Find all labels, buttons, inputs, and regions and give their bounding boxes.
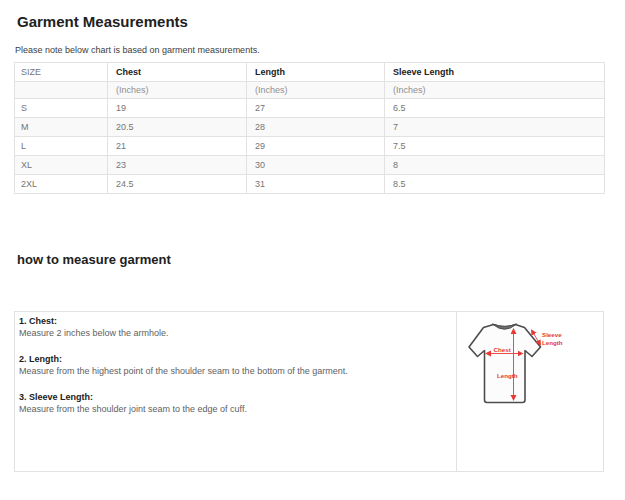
step-label: 3. Sleeve Length: — [19, 392, 446, 404]
tshirt-outline — [469, 325, 541, 403]
step-label: 2. Length: — [19, 354, 446, 366]
length-cell: 31 — [247, 175, 385, 194]
chest-measure-label: Chest — [494, 346, 511, 353]
sleeve-length-cell: 8.5 — [385, 175, 605, 194]
how-to-measure-title: how to measure garment — [17, 252, 171, 267]
sleeve-length-cell: 8 — [385, 156, 605, 175]
step-description: Measure from the shoulder joint seam to … — [19, 404, 446, 416]
table-header-row: SIZE Chest Length Sleeve Length — [15, 63, 605, 82]
step-description: Measure 2 inches below the armhole. — [19, 328, 446, 340]
chest-cell: 20.5 — [108, 118, 247, 137]
sleeve-length-cell: 7.5 — [385, 137, 605, 156]
unit-cell: (Inches) — [108, 82, 247, 99]
chest-cell: 19 — [108, 99, 247, 118]
sleeve-length-cell: 6.5 — [385, 99, 605, 118]
measure-steps-panel: 1. Chest: Measure 2 inches below the arm… — [15, 312, 456, 471]
unit-cell: (Inches) — [247, 82, 385, 99]
size-chart-table: SIZE Chest Length Sleeve Length (Inches)… — [14, 62, 605, 194]
page-note: Please note below chart is based on garm… — [15, 45, 260, 55]
length-cell: 29 — [247, 137, 385, 156]
table-row-xl: XL 23 30 8 — [15, 156, 605, 175]
size-cell: XL — [15, 156, 108, 175]
tshirt-diagram-panel: Chest Length Sleeve Length — [456, 312, 603, 471]
step-description: Measure from the highest point of the sh… — [19, 366, 446, 378]
sleeve-length-measure-label-line1: Sleeve — [542, 331, 562, 338]
length-cell: 27 — [247, 99, 385, 118]
table-units-row: (Inches) (Inches) (Inches) — [15, 82, 605, 99]
length-cell: 28 — [247, 118, 385, 137]
page-title: Garment Measurements — [17, 13, 188, 30]
measure-step-chest: 1. Chest: Measure 2 inches below the arm… — [19, 316, 446, 339]
garment-measurements-page: Garment Measurements Please note below c… — [0, 0, 625, 500]
table-row-l: L 21 29 7.5 — [15, 137, 605, 156]
measure-step-length: 2. Length: Measure from the highest poin… — [19, 354, 446, 377]
chest-cell: 21 — [108, 137, 247, 156]
measure-instructions-box: 1. Chest: Measure 2 inches below the arm… — [14, 311, 604, 472]
size-cell: L — [15, 137, 108, 156]
sleeve-length-measure-label-line2: Length — [542, 339, 563, 346]
table-row-s: S 19 27 6.5 — [15, 99, 605, 118]
unit-cell: (Inches) — [385, 82, 605, 99]
column-header-size: SIZE — [15, 63, 108, 82]
tshirt-diagram: Chest Length Sleeve Length — [463, 314, 568, 419]
column-header-sleeve-length: Sleeve Length — [385, 63, 605, 82]
sleeve-length-cell: 7 — [385, 118, 605, 137]
table-row-2xl: 2XL 24.5 31 8.5 — [15, 175, 605, 194]
chest-cell: 23 — [108, 156, 247, 175]
column-header-chest: Chest — [108, 63, 247, 82]
unit-cell — [15, 82, 108, 99]
length-cell: 30 — [247, 156, 385, 175]
measure-step-sleeve-length: 3. Sleeve Length: Measure from the shoul… — [19, 392, 446, 415]
size-cell: 2XL — [15, 175, 108, 194]
length-measure-label: Length — [497, 372, 518, 379]
size-cell: M — [15, 118, 108, 137]
size-cell: S — [15, 99, 108, 118]
table-row-m: M 20.5 28 7 — [15, 118, 605, 137]
step-label: 1. Chest: — [19, 316, 446, 328]
chest-cell: 24.5 — [108, 175, 247, 194]
column-header-length: Length — [247, 63, 385, 82]
